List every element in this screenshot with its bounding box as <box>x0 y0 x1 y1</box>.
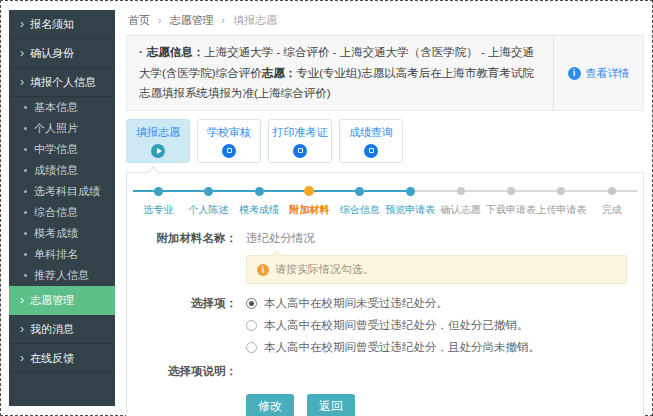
breadcrumb-section[interactable]: 志愿管理 <box>169 14 213 26</box>
stepper-line-right <box>213 190 234 192</box>
radio-option[interactable]: 本人高中在校期间曾受过违纪处分，但处分已撤销。 <box>246 318 629 333</box>
note-value <box>246 364 629 379</box>
bullet-icon <box>24 169 27 172</box>
sidebar-item[interactable]: › 综合信息 <box>9 202 115 223</box>
stepper-step[interactable]: 下载申请表 <box>486 185 536 217</box>
radio-option-label: 本人高中在校期间未受过违纪处分。 <box>264 296 448 311</box>
tab-bar: 填报志愿 学校审核 打印准考证 成绩查询 <box>126 119 644 163</box>
options-label: 选择项： <box>127 296 237 355</box>
tab-status-icon <box>222 144 236 158</box>
tab-status-glyph <box>157 148 162 154</box>
breadcrumb-home[interactable]: 首页 <box>128 14 150 26</box>
sidebar-item[interactable]: › 填报个人信息 <box>9 68 115 97</box>
stepper-line-left <box>536 190 557 192</box>
sidebar-item[interactable]: › 在线反馈 <box>9 344 115 373</box>
tab-status-icon <box>364 144 378 158</box>
stepper-line-left <box>486 190 507 192</box>
sidebar-item[interactable]: › 模考成绩 <box>9 223 115 244</box>
sidebar-item[interactable]: › 推荐人信息 <box>9 265 115 286</box>
modify-button[interactable]: 修改 <box>246 394 294 416</box>
stepper-track <box>435 185 485 197</box>
stepper-step[interactable]: 附加材料 <box>284 185 334 217</box>
stepper-step[interactable]: 选专业 <box>133 185 183 217</box>
sidebar-item[interactable]: › 报名须知 <box>9 10 115 39</box>
back-button[interactable]: 返回 <box>307 394 355 416</box>
alert-text: 请按实际情况勾选。 <box>275 262 374 277</box>
tab-status-glyph <box>369 148 374 153</box>
tab[interactable]: 填报志愿 <box>126 119 190 163</box>
sidebar-item[interactable]: › 中学信息 <box>9 139 115 160</box>
stepper-step-label: 模考成绩 <box>239 203 279 217</box>
radio-button-icon[interactable] <box>246 342 257 353</box>
bullet-icon <box>24 253 27 256</box>
radio-option[interactable]: 本人高中在校期间未受过违纪处分。 <box>246 296 629 311</box>
stepper-dot <box>255 187 264 196</box>
view-details-link[interactable]: i 查看详情 <box>553 36 643 110</box>
sidebar-item[interactable]: › 确认身份 <box>9 39 115 68</box>
app-window: › 报名须知 › 确认身份 › 填报个人信息 › <box>0 0 653 416</box>
stepper-track <box>183 185 233 197</box>
sidebar-item[interactable]: › 单科排名 <box>9 244 115 265</box>
bullet-icon <box>24 211 27 214</box>
sidebar-item-label: 在线反馈 <box>30 351 74 366</box>
radio-option[interactable]: 本人高中在校期间曾受过违纪处分，且处分尚未撤销。 <box>246 340 629 355</box>
additional-material-form: 附加材料名称： 违纪处分情况 i 请按实际情况勾选。 选择项： <box>127 217 643 416</box>
stepper-step[interactable]: 个人陈述 <box>183 185 233 217</box>
tab-status-glyph <box>227 148 232 153</box>
stepper-line-left <box>335 190 356 192</box>
stepper-step[interactable]: 确认志愿 <box>435 185 485 217</box>
stepper-line-left <box>435 190 456 192</box>
sidebar-item-label: 中学信息 <box>34 142 78 157</box>
sidebar-item[interactable]: › 个人照片 <box>9 118 115 139</box>
stepper-step[interactable]: 模考成绩 <box>234 185 284 217</box>
radio-button-icon[interactable] <box>246 320 257 331</box>
stepper-line-left <box>587 190 608 192</box>
info-label2: 志愿： <box>262 67 297 79</box>
tab[interactable]: 打印准考证 <box>268 119 332 163</box>
info-label: 志愿信息： <box>147 46 205 58</box>
list-bullet: · <box>139 46 143 58</box>
radio-button-icon[interactable] <box>246 298 257 309</box>
sidebar-item-label: 报名须知 <box>30 17 74 32</box>
sidebar-item-label: 综合信息 <box>34 205 78 220</box>
stepper-track <box>486 185 536 197</box>
stepper-step[interactable]: 综合信息 <box>335 185 385 217</box>
stepper-step[interactable]: 上传申请表 <box>536 185 586 217</box>
sidebar-item[interactable]: › 我的消息 <box>9 315 115 344</box>
stepper-track <box>133 185 183 197</box>
bullet-icon <box>24 190 27 193</box>
stepper-track <box>587 185 637 197</box>
bullet-icon <box>24 148 27 151</box>
stepper-dot <box>355 187 364 196</box>
warning-info-icon: i <box>257 264 269 276</box>
tab-label: 学校审核 <box>207 125 251 140</box>
tab-status-icon <box>151 144 165 158</box>
tab[interactable]: 学校审核 <box>197 119 261 163</box>
stepper-line-left <box>385 190 406 192</box>
content-panel: 选专业 个人陈述 <box>126 172 644 416</box>
sidebar-item-label: 成绩信息 <box>34 163 78 178</box>
sidebar-item-label: 模考成绩 <box>34 226 78 241</box>
stepper-step-label: 附加材料 <box>289 203 329 217</box>
sidebar-item[interactable]: › 志愿管理 <box>9 286 115 315</box>
view-details-label: 查看详情 <box>586 66 630 81</box>
tab-status-icon <box>293 144 307 158</box>
sidebar-item-label: 个人照片 <box>34 121 78 136</box>
sidebar-item[interactable]: › 基本信息 <box>9 97 115 118</box>
note-label: 选择项说明： <box>127 364 237 379</box>
stepper-dot <box>457 187 465 195</box>
sidebar-item[interactable]: › 选考科目成绩 <box>9 181 115 202</box>
sidebar: › 报名须知 › 确认身份 › 填报个人信息 › <box>9 10 115 406</box>
sidebar-item[interactable]: › 成绩信息 <box>9 160 115 181</box>
stepper-step-label: 确认志愿 <box>441 203 481 217</box>
stepper-track <box>284 185 334 197</box>
stepper-step[interactable]: 完成 <box>587 185 637 217</box>
stepper-line-right <box>565 190 586 192</box>
stepper-line-right <box>314 190 334 192</box>
stepper-line-right <box>364 190 385 192</box>
stepper-step-label: 下载申请表 <box>486 203 536 217</box>
alert-notch <box>272 250 282 260</box>
progress-stepper: 选专业 个人陈述 <box>127 173 643 217</box>
tab[interactable]: 成绩查询 <box>339 119 403 163</box>
stepper-step[interactable]: 预览申请表 <box>385 185 435 217</box>
